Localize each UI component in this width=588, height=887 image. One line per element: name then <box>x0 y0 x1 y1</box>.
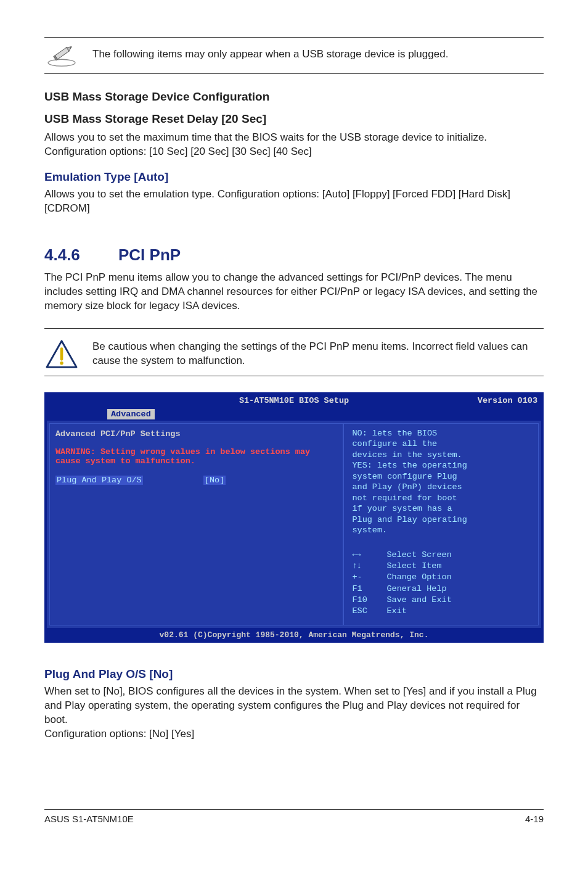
key-f1: F1 <box>352 584 386 595</box>
key-general-help: General Help <box>386 584 446 595</box>
plug-play-config-options: Configuration options: [No] [Yes] <box>44 727 544 741</box>
key-esc: ESC <box>352 606 386 617</box>
bios-option-label: Plug And Play O/S <box>55 476 143 485</box>
bios-help-text: NO: lets the BIOS configure all the devi… <box>352 428 533 536</box>
bios-tab-advanced[interactable]: Advanced <box>107 409 155 419</box>
bios-help-line: devices in the system. <box>352 450 533 461</box>
section-body: The PCI PnP menu items allow you to chan… <box>44 271 544 313</box>
note-text: The following items may only appear when… <box>92 48 544 60</box>
bios-option-value: [No] <box>203 476 226 485</box>
bios-help-line: system. <box>352 525 533 536</box>
arrow-up-down-icon: ↑↓ <box>352 561 386 572</box>
bios-help-line: NO: lets the BIOS <box>352 428 533 439</box>
section-number: 4.4.6 <box>44 245 118 265</box>
bios-help-line: and Play (PnP) devices <box>352 482 533 493</box>
key-plusminus: +- <box>352 572 386 583</box>
svg-point-7 <box>60 361 63 365</box>
svg-point-0 <box>48 59 75 66</box>
section-heading: 4.4.6PCI PnP <box>44 245 544 265</box>
key-save-exit: Save and Exit <box>386 595 451 606</box>
emulation-type-heading: Emulation Type [Auto] <box>44 170 544 184</box>
footer-right: 4-19 <box>525 814 544 824</box>
bios-right-pane: NO: lets the BIOS configure all the devi… <box>343 421 541 629</box>
usb-reset-delay-heading: USB Mass Storage Reset Delay [20 Sec] <box>44 112 544 126</box>
key-change-option: Change Option <box>386 572 451 583</box>
caution-text: Be cautious when changing the settings o… <box>92 340 544 367</box>
plug-play-body: When set to [No], BIOS configures all th… <box>44 685 544 727</box>
bios-titlebar: S1-AT5NM10E BIOS Setup Version 0103 <box>46 394 542 409</box>
emulation-type-body: Allows you to set the emulation type. Co… <box>44 188 544 216</box>
caution-row: Be cautious when changing the settings o… <box>44 339 544 369</box>
key-select-screen: Select Screen <box>386 550 451 561</box>
bios-help-line: if your system has a <box>352 503 533 514</box>
plug-play-heading: Plug And Play O/S [No] <box>44 667 544 681</box>
bios-option-row[interactable]: Plug And Play O/S [No] <box>55 476 335 485</box>
bios-left-pane: Advanced PCI/PnP Settings WARNING: Setti… <box>47 421 343 629</box>
bios-warning-line1: WARNING: Setting wrong values in below s… <box>55 447 335 456</box>
bios-left-heading: Advanced PCI/PnP Settings <box>55 429 335 439</box>
note-row: The following items may only appear when… <box>44 41 544 67</box>
bios-screenshot: S1-AT5NM10E BIOS Setup Version 0103 Adva… <box>44 392 544 643</box>
footer-left: ASUS S1-AT5NM10E <box>44 814 134 824</box>
bios-warning-line2: cause system to malfunction. <box>55 456 335 466</box>
key-exit: Exit <box>386 606 406 617</box>
bios-help-keys: ←→Select Screen ↑↓Select Item +-Change O… <box>352 550 533 617</box>
key-f10: F10 <box>352 595 386 606</box>
key-select-item: Select Item <box>386 561 441 572</box>
bios-help-line: Plug and Play operating <box>352 514 533 526</box>
bios-title-center: S1-AT5NM10E BIOS Setup <box>46 396 542 405</box>
bios-help-line: YES: lets the operating <box>352 460 533 471</box>
bios-help-line: not required for boot <box>352 493 533 504</box>
bios-tabs: Advanced <box>46 409 542 419</box>
bios-footer: v02.61 (C)Copyright 1985-2010, American … <box>46 629 542 642</box>
pencil-icon <box>44 41 79 67</box>
bios-help-line: system configure Plug <box>352 471 533 482</box>
bios-help-line: configure all the <box>352 439 533 450</box>
usb-config-heading: USB Mass Storage Device Configuration <box>44 90 544 104</box>
section-title: PCI PnP <box>118 245 181 264</box>
usb-reset-delay-body: Allows you to set the maximum time that … <box>44 131 544 159</box>
warning-triangle-icon <box>44 339 79 369</box>
arrow-left-right-icon: ←→ <box>352 550 386 561</box>
page-footer: ASUS S1-AT5NM10E 4-19 <box>44 809 544 824</box>
